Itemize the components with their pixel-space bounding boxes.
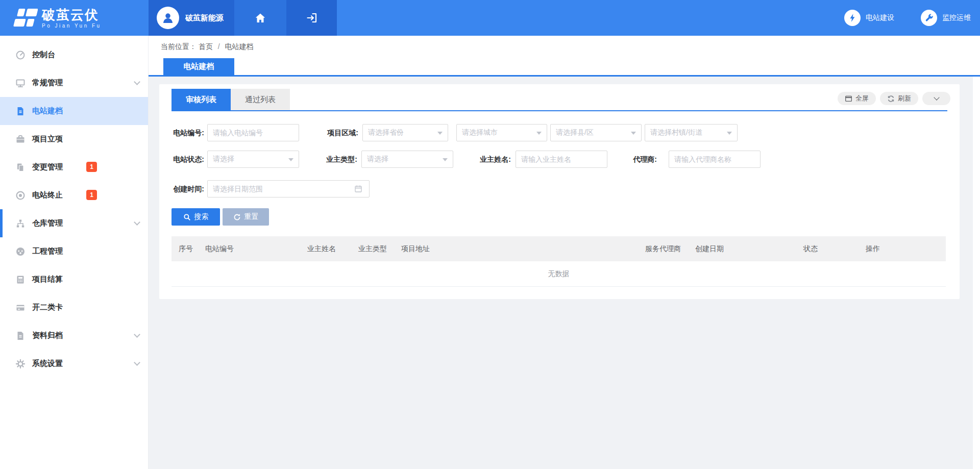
breadcrumb-current: 电站建档 [225, 42, 254, 51]
sidebar-item-sitemap[interactable]: 仓库管理 [0, 209, 148, 237]
station-status-select[interactable]: 请选择 [207, 151, 299, 168]
status-placeholder: 请选择 [213, 155, 234, 164]
table-column-header: 电站编号 [198, 244, 300, 254]
sidebar-item-label: 系统设置 [32, 359, 63, 368]
station-no-label: 电站编号: [164, 124, 204, 141]
owner-name-label: 业主姓名: [466, 151, 511, 168]
village-select[interactable]: 请选择村镇/街道 [645, 124, 738, 141]
breadcrumb: 当前位置： 首页 / 电站建档 [161, 42, 254, 52]
caret-down-icon [536, 132, 542, 135]
tab-underline [172, 110, 947, 111]
monitor-icon [15, 78, 26, 88]
refresh-label: 刷新 [898, 94, 911, 103]
table-header-row: 序号电站编号业主姓名业主类型项目地址服务代理商创建日期状态操作 [172, 236, 946, 261]
fullscreen-icon [845, 95, 852, 103]
caret-down-icon [631, 132, 636, 135]
sidebar-item-pages[interactable]: 变更管理1 [0, 153, 148, 181]
owner-name-input[interactable] [516, 151, 607, 168]
sidebar-item-dashboard[interactable]: 工程管理 [0, 237, 148, 265]
logout-button[interactable] [286, 0, 337, 36]
station-status-label: 电站状态: [164, 151, 204, 168]
sidebar-item-record[interactable]: 电站终止1 [0, 181, 148, 209]
caret-down-icon [437, 132, 443, 135]
brand-logo: 破茧云伏 Po Jian Yun Fu [0, 0, 149, 36]
reset-label: 重置 [244, 212, 259, 221]
chevron-down-icon [134, 79, 140, 85]
module-label: 监控运维 [942, 13, 971, 22]
header-module-switcher: 电站建设 监控运维 [844, 0, 971, 36]
sidebar-item-label: 变更管理 [32, 162, 63, 172]
home-icon [254, 12, 266, 24]
owner-type-label: 业主类型: [312, 151, 357, 168]
tab-passed-list[interactable]: 通过列表 [231, 89, 290, 110]
tab-review-list[interactable]: 审核列表 [172, 89, 231, 110]
county-placeholder: 请选择县/区 [556, 128, 594, 137]
user-avatar-icon [157, 7, 179, 29]
table-column-header: 状态 [796, 244, 859, 254]
topbar: 当前位置： 首页 / 电站建档 电站建档 [149, 36, 980, 77]
chevron-down-icon [134, 331, 140, 338]
caret-down-icon [443, 158, 448, 161]
sidebar-item-label: 资料归档 [32, 331, 63, 340]
search-icon [183, 213, 191, 221]
pages-icon [15, 162, 26, 172]
reset-icon [233, 213, 241, 221]
sidebar-item-label: 电站建档 [32, 106, 63, 116]
table-column-header: 项目地址 [394, 244, 638, 254]
briefcase-icon [15, 134, 26, 144]
module-label: 电站建设 [866, 13, 894, 22]
brand-subtitle: Po Jian Yun Fu [42, 23, 102, 29]
sidebar-item-archive[interactable]: 资料归档 [0, 322, 148, 350]
county-select[interactable]: 请选择县/区 [550, 124, 642, 141]
archive-icon [15, 331, 26, 341]
reset-button[interactable]: 重置 [223, 208, 269, 226]
sidebar: 控制台常规管理电站建档项目立项变更管理1电站终止1仓库管理工程管理项目结算开二类… [0, 36, 149, 469]
card-icon [15, 303, 26, 313]
table-column-header: 创建日期 [688, 244, 796, 254]
sidebar-item-label: 电站终止 [32, 190, 63, 200]
breadcrumb-home-link[interactable]: 首页 [199, 42, 213, 51]
create-time-label: 创建时间: [164, 180, 204, 198]
fullscreen-button[interactable]: 全屏 [838, 92, 876, 105]
doc-icon [15, 106, 26, 116]
sidebar-item-calculator[interactable]: 项目结算 [0, 265, 148, 293]
empty-state-text: 无数据 [548, 269, 570, 279]
table-column-header: 业主姓名 [300, 244, 351, 254]
sidebar-item-label: 开二类卡 [32, 303, 63, 312]
module-monitor-ops[interactable]: 监控运维 [921, 10, 971, 26]
sidebar-item-label: 控制台 [32, 50, 55, 60]
station-no-input[interactable] [207, 124, 299, 141]
calculator-icon [15, 275, 26, 285]
sidebar-item-doc[interactable]: 电站建档 [0, 97, 148, 125]
chevron-down-icon [134, 359, 140, 366]
notification-badge: 1 [86, 190, 97, 200]
home-button[interactable] [234, 0, 286, 36]
sidebar-item-briefcase[interactable]: 项目立项 [0, 125, 148, 153]
brand-logo-icon [10, 6, 38, 30]
agent-input[interactable] [669, 151, 761, 168]
collapse-filters-button[interactable] [922, 92, 950, 105]
breadcrumb-separator: / [218, 42, 220, 51]
agent-label: 代理商: [612, 151, 657, 168]
brand-title: 破茧云伏 [42, 8, 102, 22]
caret-down-icon [288, 158, 293, 161]
sidebar-item-gauge[interactable]: 控制台 [0, 41, 148, 69]
current-user[interactable]: 破茧新能源 [149, 0, 234, 36]
page-scrollbar[interactable] [973, 77, 980, 469]
content-area: 审核列表 通过列表 全屏 刷新 电站编号: 项目区域: 请选择省份 请选择城市 … [149, 77, 980, 469]
sidebar-item-monitor[interactable]: 常规管理 [0, 69, 148, 97]
date-range-input[interactable] [207, 180, 370, 198]
page-tab-station-archive[interactable]: 电站建档 [163, 58, 234, 75]
city-select[interactable]: 请选择城市 [456, 124, 547, 141]
chevron-down-icon [934, 94, 939, 100]
sidebar-item-gear[interactable]: 系统设置 [0, 350, 148, 378]
refresh-icon [887, 95, 895, 103]
owner-type-select[interactable]: 请选择 [361, 151, 453, 168]
refresh-button[interactable]: 刷新 [880, 92, 918, 105]
module-station-build[interactable]: 电站建设 [844, 10, 894, 26]
search-label: 搜索 [194, 212, 209, 221]
owner-type-placeholder: 请选择 [367, 155, 388, 164]
province-select[interactable]: 请选择省份 [362, 124, 448, 141]
sidebar-item-card[interactable]: 开二类卡 [0, 293, 148, 322]
search-button[interactable]: 搜索 [172, 208, 220, 226]
